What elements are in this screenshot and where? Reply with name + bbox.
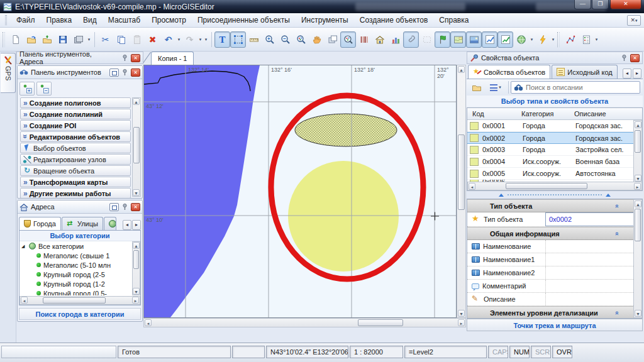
menu-item[interactable]: Просмотр (146, 13, 192, 27)
delete-button[interactable] (145, 31, 160, 48)
redo-dropdown[interactable]: ▾ (197, 37, 203, 42)
close-button[interactable]: ✕ (610, 0, 641, 9)
track-points-link[interactable]: Точки трека и маршрута (467, 319, 643, 331)
menu-item[interactable]: Правка (41, 13, 78, 27)
overflow-chevron-icon[interactable]: ▾ (203, 37, 209, 42)
left-dock-close-button[interactable] (131, 54, 140, 62)
save-all-button[interactable] (70, 31, 86, 48)
raster-view-button[interactable] (466, 31, 482, 48)
address-tab[interactable]: Улицы (62, 217, 103, 230)
scroll-down-icon[interactable]: ▼ (458, 310, 465, 317)
map-document-tab[interactable]: Копия - 1 (151, 52, 194, 65)
map-background-button[interactable] (450, 31, 466, 48)
tab-scroll-left-button[interactable]: ◂ (623, 69, 631, 79)
scrollbar-thumb[interactable] (133, 127, 140, 163)
scroll-left-icon[interactable]: ◂ (145, 319, 152, 326)
cut-button[interactable] (97, 31, 113, 48)
right-dock-close-button[interactable] (630, 54, 640, 62)
category-select-link[interactable]: Выбор категории (19, 231, 140, 241)
tools-panel-row[interactable]: Редактирование узлов (20, 154, 131, 165)
flag-marker-button[interactable] (435, 31, 450, 48)
map-vscrollbar[interactable]: ▲ ▼ (457, 65, 466, 318)
property-row[interactable]: Наименование1 (467, 253, 635, 266)
property-value[interactable] (545, 240, 635, 253)
collapse-icon[interactable] (613, 310, 620, 314)
pin-icon[interactable] (121, 54, 128, 62)
property-row[interactable]: Комментарий (467, 280, 635, 293)
scroll-down-icon[interactable]: ▼ (635, 310, 641, 317)
section-general-info[interactable]: Общая информация (467, 227, 635, 240)
attachments-button[interactable] (403, 31, 419, 48)
scroll-up-icon[interactable]: ▲ (133, 98, 140, 105)
tools-scrollbar[interactable]: ▲ ▼ (132, 97, 141, 197)
edit-nodes-button[interactable] (562, 31, 578, 48)
table-row[interactable]: 0x0001 Города Городская зас. (467, 120, 642, 132)
left-dock-header[interactable]: Панель инструментов, Адреса (16, 52, 143, 64)
scrollbar-thumb[interactable] (133, 250, 139, 269)
map-hscrollbar[interactable]: ◂ ▸ (143, 318, 466, 327)
minimize-button[interactable]: — (574, 0, 591, 9)
statistics-button[interactable] (387, 31, 403, 48)
table-header[interactable]: Код Категория Описание (467, 108, 642, 120)
property-row[interactable]: Описание (467, 293, 635, 306)
city-search-link[interactable]: Поиск города в категории (19, 308, 141, 320)
collapse-icon[interactable] (613, 204, 620, 207)
selection-frame-button[interactable] (230, 31, 246, 48)
scroll-left-icon[interactable]: ◂ (469, 183, 475, 190)
zoom-out-button[interactable] (277, 31, 293, 48)
view-mode-button[interactable]: ▾ (486, 80, 506, 94)
scroll-up-icon[interactable]: ▲ (133, 242, 140, 249)
table-row[interactable]: 0x0004 Иск.сооруж. Военная база (467, 156, 642, 168)
scroll-left-icon[interactable]: ◂ (21, 297, 28, 304)
column-header-code[interactable]: Код (467, 110, 520, 118)
open-file-button[interactable] (23, 31, 39, 48)
zoom-in-button[interactable] (262, 31, 277, 48)
menu-item[interactable]: Файл (11, 13, 41, 27)
tab-scroll-right-button[interactable]: ▸ (132, 220, 141, 230)
expand-all-button[interactable] (19, 82, 35, 96)
internet-maps-dropdown[interactable]: ▾ (529, 37, 535, 42)
open-type-file-button[interactable] (469, 80, 484, 94)
tools-panel-row[interactable]: Выбор объектов (20, 143, 131, 153)
address-panel-header[interactable]: Адреса (18, 200, 142, 214)
pin-icon[interactable] (621, 54, 628, 62)
object-list-dropdown[interactable]: ▾ (594, 37, 599, 42)
save-file-button[interactable] (55, 31, 70, 48)
tools-panel-header[interactable]: Панель инструментов (18, 66, 142, 79)
property-row[interactable]: Наименование (467, 240, 635, 253)
menu-item[interactable]: Справка (433, 13, 474, 27)
object-list-button[interactable] (578, 31, 594, 48)
tab-scroll-left-button[interactable]: ◂ (123, 220, 131, 230)
undo-button[interactable] (160, 31, 176, 48)
address-panel-close-button[interactable] (131, 203, 140, 211)
tools-panel-close-button[interactable] (131, 69, 140, 77)
scroll-down-icon[interactable]: ▼ (133, 189, 140, 196)
title-bar[interactable]: E:\TYPEFILE\Vladivostok-v69-compile.mp -… (0, 0, 644, 13)
scroll-down-icon[interactable]: ▼ (635, 175, 641, 182)
address-tab-partial[interactable] (104, 217, 116, 230)
properties-tab[interactable]: Исходный код (552, 65, 618, 79)
cascade-windows-button[interactable] (325, 31, 340, 48)
property-value[interactable] (545, 253, 635, 266)
scroll-right-icon[interactable]: ▸ (458, 319, 465, 326)
new-file-button[interactable] (8, 31, 23, 48)
toolbar-grip[interactable] (5, 15, 7, 25)
section-object-type[interactable]: Тип объекта (467, 199, 635, 212)
zoom-selection-button[interactable] (293, 31, 309, 48)
scroll-up-icon[interactable]: ▲ (635, 121, 641, 128)
property-value[interactable] (545, 280, 635, 292)
measure-button[interactable] (246, 31, 262, 48)
tree-item[interactable]: Крупный город (1-2 (19, 279, 140, 288)
tools-panel-row[interactable]: Создание полигонов (20, 97, 131, 108)
section-detail-levels[interactable]: Элементы уровни детализации (467, 306, 635, 319)
tree-item[interactable]: Крупный город (2-5 (19, 270, 140, 279)
map-canvas[interactable]: 132° 14'132° 16'132° 18'132° 20' 43° 12'… (143, 65, 457, 318)
search-input[interactable] (526, 84, 637, 91)
menu-close-button[interactable]: ✕▾ (627, 15, 641, 26)
property-row-type[interactable]: Тип объекта 0x0002 (467, 212, 635, 227)
column-header-category[interactable]: Категория (520, 110, 574, 118)
property-row[interactable]: Наименование2 (467, 266, 635, 280)
tree-item[interactable]: Все категории (19, 241, 140, 251)
panel-splitter[interactable] (467, 191, 643, 199)
table-row[interactable]: 0x0002 Города Городская зас. (467, 132, 642, 144)
